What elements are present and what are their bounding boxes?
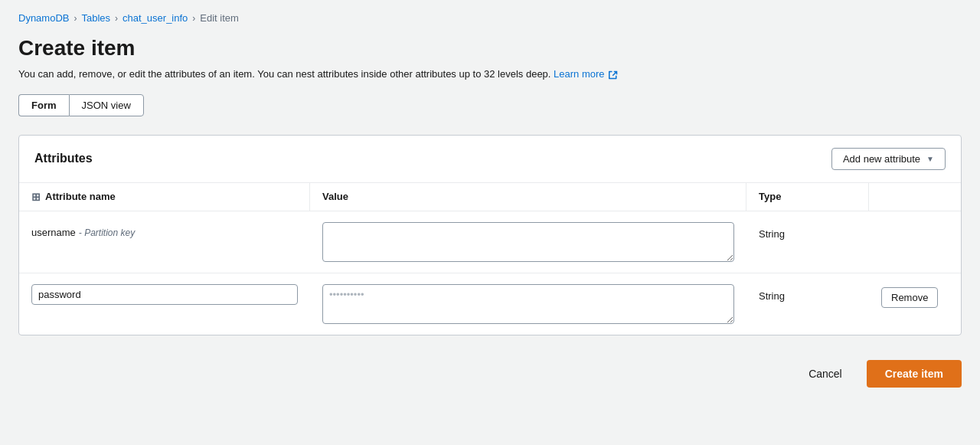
page-header: Create item You can add, remove, or edit…: [0, 30, 980, 116]
attributes-panel-title: Attributes: [34, 152, 93, 165]
expand-icon: ⊞: [31, 191, 41, 203]
table-header: ⊞ Attribute name Value Type: [19, 183, 961, 211]
external-link-icon: [609, 70, 618, 80]
breadcrumb-dynamodb[interactable]: DynamoDB: [18, 12, 69, 24]
row2-attr-name-input[interactable]: [31, 284, 298, 305]
table-row: username- Partition key String: [19, 211, 961, 273]
json-view-button[interactable]: JSON view: [69, 94, 144, 116]
breadcrumb-sep-3: ›: [192, 13, 195, 24]
breadcrumb-tables[interactable]: Tables: [81, 12, 110, 24]
breadcrumb: DynamoDB › Tables › chat_user_info › Edi…: [0, 0, 980, 30]
create-item-button[interactable]: Create item: [867, 360, 962, 388]
row2-value-cell[interactable]: ••••••••••: [310, 281, 746, 327]
row2-actions-cell: Remove: [869, 281, 961, 311]
col-header-name: ⊞ Attribute name: [19, 183, 310, 211]
breadcrumb-table-name[interactable]: chat_user_info: [122, 12, 188, 24]
add-new-attribute-button[interactable]: Add new attribute ▼: [831, 148, 946, 170]
col-header-actions: [869, 183, 961, 211]
form-view-button[interactable]: Form: [18, 94, 69, 116]
col-header-type: Type: [746, 183, 869, 211]
row1-name-cell: username- Partition key: [19, 219, 310, 241]
row2-value-input[interactable]: ••••••••••: [322, 284, 734, 324]
row2-type-cell: String: [746, 281, 869, 305]
cancel-button[interactable]: Cancel: [793, 362, 858, 386]
page-description: You can add, remove, or edit the attribu…: [18, 67, 962, 82]
learn-more-link[interactable]: Learn more: [554, 68, 604, 80]
breadcrumb-current: Edit item: [200, 12, 239, 24]
table-row: •••••••••• String Remove: [19, 273, 961, 335]
dropdown-arrow-icon: ▼: [926, 155, 934, 163]
row1-type-cell: String: [746, 219, 869, 243]
main-content: Attributes Add new attribute ▼ ⊞ Attribu…: [0, 135, 980, 348]
attributes-panel-header: Attributes Add new attribute ▼: [19, 136, 961, 183]
page-title: Create item: [18, 36, 962, 61]
row1-value-cell[interactable]: [310, 219, 746, 265]
row1-actions-cell: [869, 219, 961, 225]
row2-type-label: String: [759, 284, 785, 302]
attributes-panel: Attributes Add new attribute ▼ ⊞ Attribu…: [18, 135, 962, 335]
view-toggle: Form JSON view: [18, 94, 962, 116]
breadcrumb-sep-2: ›: [115, 13, 118, 24]
row1-attr-name: username- Partition key: [31, 222, 135, 238]
footer-actions: Cancel Create item: [0, 348, 980, 400]
breadcrumb-sep-1: ›: [74, 13, 77, 24]
row1-type-label: String: [759, 222, 785, 240]
row2-name-cell[interactable]: [19, 281, 310, 308]
col-header-value: Value: [310, 183, 746, 211]
remove-row2-button[interactable]: Remove: [881, 287, 938, 308]
row1-value-input[interactable]: [322, 222, 734, 262]
